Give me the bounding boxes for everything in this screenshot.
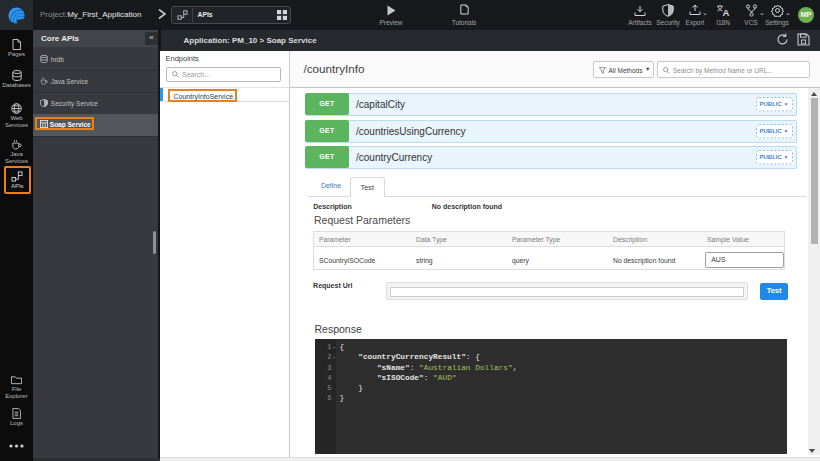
svg-text:A: A [723, 7, 730, 17]
